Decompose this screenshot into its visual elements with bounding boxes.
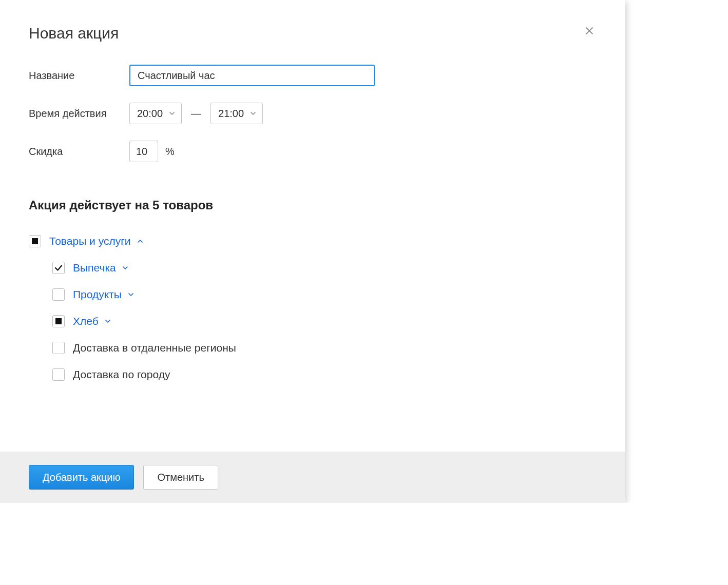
discount-input[interactable] [129, 141, 158, 162]
tree-item-text: Доставка в отдаленные регионы [73, 342, 236, 354]
checkbox[interactable] [52, 315, 65, 327]
close-button[interactable] [582, 25, 597, 39]
dialog-header: Новая акция [29, 25, 597, 42]
tree-root-label[interactable]: Товары и услуги [49, 235, 144, 247]
time-from-select[interactable]: 20:00 [129, 103, 182, 124]
checkbox[interactable] [52, 368, 65, 381]
tree-item: Выпечка [52, 255, 597, 281]
tree-item-label[interactable]: Выпечка [73, 262, 129, 274]
close-icon [584, 26, 595, 38]
time-separator: — [191, 108, 201, 120]
chevron-down-icon [168, 109, 176, 118]
chevron-down-icon [121, 264, 129, 272]
time-to-select[interactable]: 21:00 [210, 103, 263, 124]
dialog: Новая акция Название Время действия 20:0… [0, 0, 625, 503]
tree-item-label[interactable]: Хлеб [73, 315, 112, 327]
submit-button-label: Добавить акцию [43, 472, 120, 483]
time-to-value: 21:00 [218, 108, 244, 120]
tree-item-label[interactable]: Доставка по городу [73, 368, 170, 381]
tree-item-text: Хлеб [73, 315, 99, 327]
section-title: Акция действует на 5 товаров [29, 198, 597, 212]
row-discount: Скидка % [29, 141, 597, 162]
tree-item: Хлеб [52, 308, 597, 335]
chevron-down-icon [249, 109, 257, 118]
name-label: Название [29, 70, 129, 82]
discount-label: Скидка [29, 146, 129, 158]
tree-item-label[interactable]: Доставка в отдаленные регионы [73, 342, 236, 354]
cancel-button[interactable]: Отменить [143, 465, 218, 490]
chevron-down-icon [127, 290, 135, 299]
cancel-button-label: Отменить [157, 472, 204, 483]
dialog-body: Новая акция Название Время действия 20:0… [0, 0, 625, 452]
tree-item: Продукты [52, 281, 597, 308]
tree-item-text: Выпечка [73, 262, 116, 274]
row-name: Название [29, 65, 597, 86]
tree-item-text: Продукты [73, 288, 122, 301]
tree-children: Выпечка Продукты [29, 255, 597, 388]
tree-item-label[interactable]: Продукты [73, 288, 135, 301]
tree-item: Доставка по городу [52, 361, 597, 388]
chevron-up-icon [136, 237, 144, 245]
product-tree: Товары и услуги Выпечка [29, 228, 597, 388]
checkbox[interactable] [52, 288, 65, 301]
time-label: Время действия [29, 108, 129, 120]
tree-item: Доставка в отдаленные регионы [52, 335, 597, 361]
checkbox[interactable] [52, 342, 65, 354]
checkbox[interactable] [52, 262, 65, 274]
submit-button[interactable]: Добавить акцию [29, 465, 134, 490]
checkbox-root[interactable] [29, 235, 41, 247]
time-from-value: 20:00 [137, 108, 163, 120]
dialog-title: Новая акция [29, 25, 119, 42]
name-input[interactable] [129, 65, 375, 86]
tree-item-text: Доставка по городу [73, 368, 170, 381]
row-time: Время действия 20:00 — 21:00 [29, 103, 597, 124]
dialog-footer: Добавить акцию Отменить [0, 452, 625, 503]
discount-unit: % [165, 146, 175, 158]
chevron-down-icon [104, 317, 112, 325]
tree-root-text: Товары и услуги [49, 235, 131, 247]
tree-root-row: Товары и услуги [29, 228, 597, 255]
